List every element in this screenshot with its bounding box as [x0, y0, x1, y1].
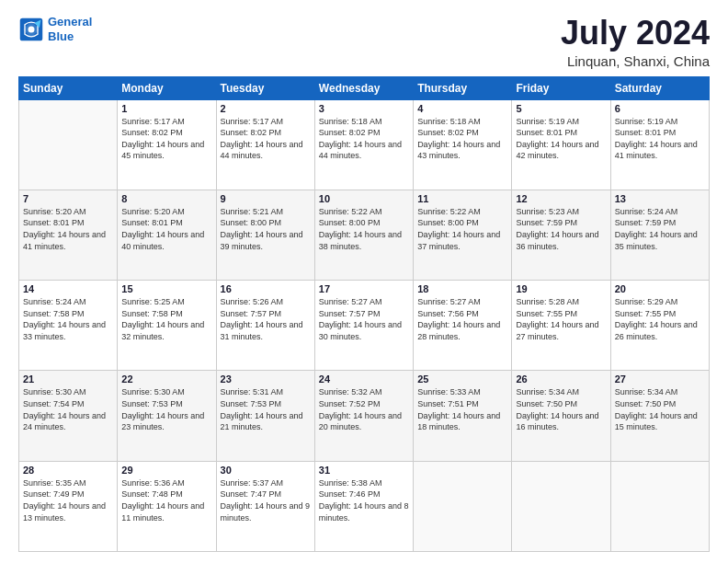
- calendar-cell: 30Sunrise: 5:37 AMSunset: 7:47 PMDayligh…: [216, 461, 314, 551]
- day-number: 28: [23, 465, 113, 476]
- day-info: Sunrise: 5:28 AMSunset: 7:55 PMDaylight:…: [516, 296, 606, 342]
- calendar-cell: 11Sunrise: 5:22 AMSunset: 8:00 PMDayligh…: [414, 190, 512, 280]
- calendar-week-row: 28Sunrise: 5:35 AMSunset: 7:49 PMDayligh…: [19, 461, 710, 551]
- day-number: 7: [23, 193, 113, 204]
- day-number: 18: [417, 283, 507, 294]
- weekday-header: Monday: [118, 76, 216, 99]
- day-info: Sunrise: 5:19 AMSunset: 8:01 PMDaylight:…: [516, 116, 606, 162]
- subtitle: Linquan, Shanxi, China: [561, 53, 710, 69]
- day-number: 14: [23, 283, 113, 294]
- day-number: 5: [516, 103, 606, 114]
- calendar-cell: 17Sunrise: 5:27 AMSunset: 7:57 PMDayligh…: [314, 281, 413, 371]
- day-info: Sunrise: 5:27 AMSunset: 7:57 PMDaylight:…: [319, 296, 409, 342]
- day-info: Sunrise: 5:33 AMSunset: 7:51 PMDaylight:…: [417, 386, 507, 432]
- day-number: 22: [121, 373, 211, 385]
- day-info: Sunrise: 5:18 AMSunset: 8:02 PMDaylight:…: [417, 116, 507, 162]
- day-info: Sunrise: 5:32 AMSunset: 7:52 PMDaylight:…: [319, 386, 409, 432]
- day-number: 1: [121, 103, 211, 114]
- logo-text: General Blue: [48, 15, 92, 43]
- calendar-cell: 25Sunrise: 5:33 AMSunset: 7:51 PMDayligh…: [414, 371, 512, 461]
- day-number: 29: [121, 465, 211, 476]
- day-info: Sunrise: 5:26 AMSunset: 7:57 PMDaylight:…: [221, 296, 311, 342]
- calendar-cell: 2Sunrise: 5:17 AMSunset: 8:02 PMDaylight…: [216, 99, 314, 190]
- day-number: 24: [319, 373, 409, 385]
- calendar-table: SundayMondayTuesdayWednesdayThursdayFrid…: [18, 76, 710, 552]
- calendar-cell: 6Sunrise: 5:19 AMSunset: 8:01 PMDaylight…: [610, 99, 709, 190]
- header: General Blue July 2024 Linquan, Shanxi, …: [18, 15, 710, 69]
- calendar-cell: 12Sunrise: 5:23 AMSunset: 7:59 PMDayligh…: [512, 190, 610, 280]
- day-info: Sunrise: 5:25 AMSunset: 7:58 PMDaylight:…: [121, 296, 211, 342]
- day-number: 3: [319, 103, 409, 114]
- calendar-cell: 29Sunrise: 5:36 AMSunset: 7:48 PMDayligh…: [118, 461, 216, 551]
- day-number: 25: [417, 373, 507, 385]
- day-info: Sunrise: 5:35 AMSunset: 7:49 PMDaylight:…: [23, 477, 113, 523]
- day-info: Sunrise: 5:21 AMSunset: 8:00 PMDaylight:…: [221, 206, 311, 252]
- svg-point-2: [28, 26, 35, 32]
- calendar-header-row: SundayMondayTuesdayWednesdayThursdayFrid…: [19, 76, 710, 99]
- calendar-cell: 15Sunrise: 5:25 AMSunset: 7:58 PMDayligh…: [118, 281, 216, 371]
- day-number: 23: [221, 373, 311, 385]
- calendar-cell: 19Sunrise: 5:28 AMSunset: 7:55 PMDayligh…: [512, 281, 610, 371]
- calendar-cell: [512, 461, 610, 551]
- weekday-header: Wednesday: [314, 76, 413, 99]
- day-info: Sunrise: 5:22 AMSunset: 8:00 PMDaylight:…: [319, 206, 409, 252]
- day-number: 19: [516, 283, 606, 294]
- day-info: Sunrise: 5:36 AMSunset: 7:48 PMDaylight:…: [121, 477, 211, 523]
- day-number: 26: [516, 373, 606, 385]
- calendar-cell: [610, 461, 709, 551]
- weekday-header: Sunday: [19, 76, 118, 99]
- day-number: 30: [221, 465, 311, 476]
- calendar-cell: 20Sunrise: 5:29 AMSunset: 7:55 PMDayligh…: [610, 281, 709, 371]
- day-info: Sunrise: 5:24 AMSunset: 7:59 PMDaylight:…: [615, 206, 705, 252]
- calendar-cell: 10Sunrise: 5:22 AMSunset: 8:00 PMDayligh…: [314, 190, 413, 280]
- day-info: Sunrise: 5:20 AMSunset: 8:01 PMDaylight:…: [121, 206, 211, 252]
- day-number: 31: [319, 465, 409, 476]
- day-number: 8: [121, 193, 211, 204]
- day-info: Sunrise: 5:19 AMSunset: 8:01 PMDaylight:…: [615, 116, 705, 162]
- logo-line2: Blue: [48, 29, 74, 43]
- day-info: Sunrise: 5:29 AMSunset: 7:55 PMDaylight:…: [615, 296, 705, 342]
- logo: General Blue: [18, 15, 92, 43]
- calendar-cell: 18Sunrise: 5:27 AMSunset: 7:56 PMDayligh…: [414, 281, 512, 371]
- day-number: 13: [615, 193, 705, 204]
- day-number: 9: [221, 193, 311, 204]
- calendar-cell: 21Sunrise: 5:30 AMSunset: 7:54 PMDayligh…: [19, 371, 118, 461]
- day-info: Sunrise: 5:20 AMSunset: 8:01 PMDaylight:…: [23, 206, 113, 252]
- calendar-cell: 3Sunrise: 5:18 AMSunset: 8:02 PMDaylight…: [314, 99, 413, 190]
- day-info: Sunrise: 5:23 AMSunset: 7:59 PMDaylight:…: [516, 206, 606, 252]
- title-area: July 2024 Linquan, Shanxi, China: [561, 15, 710, 69]
- calendar-week-row: 14Sunrise: 5:24 AMSunset: 7:58 PMDayligh…: [19, 281, 710, 371]
- weekday-header: Thursday: [414, 76, 512, 99]
- calendar-cell: 7Sunrise: 5:20 AMSunset: 8:01 PMDaylight…: [19, 190, 118, 280]
- calendar-week-row: 7Sunrise: 5:20 AMSunset: 8:01 PMDaylight…: [19, 190, 710, 280]
- day-info: Sunrise: 5:30 AMSunset: 7:53 PMDaylight:…: [121, 386, 211, 432]
- calendar-cell: 27Sunrise: 5:34 AMSunset: 7:50 PMDayligh…: [610, 371, 709, 461]
- calendar-week-row: 21Sunrise: 5:30 AMSunset: 7:54 PMDayligh…: [19, 371, 710, 461]
- calendar-cell: 5Sunrise: 5:19 AMSunset: 8:01 PMDaylight…: [512, 99, 610, 190]
- calendar-cell: 23Sunrise: 5:31 AMSunset: 7:53 PMDayligh…: [216, 371, 314, 461]
- day-info: Sunrise: 5:27 AMSunset: 7:56 PMDaylight:…: [417, 296, 507, 342]
- calendar-cell: 16Sunrise: 5:26 AMSunset: 7:57 PMDayligh…: [216, 281, 314, 371]
- calendar-cell: 31Sunrise: 5:38 AMSunset: 7:46 PMDayligh…: [314, 461, 413, 551]
- calendar-cell: [414, 461, 512, 551]
- day-info: Sunrise: 5:34 AMSunset: 7:50 PMDaylight:…: [615, 386, 705, 432]
- calendar-cell: 1Sunrise: 5:17 AMSunset: 8:02 PMDaylight…: [118, 99, 216, 190]
- calendar-cell: 28Sunrise: 5:35 AMSunset: 7:49 PMDayligh…: [19, 461, 118, 551]
- logo-line1: General: [48, 15, 92, 29]
- day-info: Sunrise: 5:24 AMSunset: 7:58 PMDaylight:…: [23, 296, 113, 342]
- calendar-cell: 24Sunrise: 5:32 AMSunset: 7:52 PMDayligh…: [314, 371, 413, 461]
- day-number: 27: [615, 373, 705, 385]
- calendar-cell: 9Sunrise: 5:21 AMSunset: 8:00 PMDaylight…: [216, 190, 314, 280]
- logo-icon: [18, 17, 44, 42]
- day-number: 11: [417, 193, 507, 204]
- day-number: 12: [516, 193, 606, 204]
- day-number: 21: [23, 373, 113, 385]
- calendar-week-row: 1Sunrise: 5:17 AMSunset: 8:02 PMDaylight…: [19, 99, 710, 190]
- calendar-cell: 22Sunrise: 5:30 AMSunset: 7:53 PMDayligh…: [118, 371, 216, 461]
- weekday-header: Saturday: [610, 76, 709, 99]
- calendar-cell: 26Sunrise: 5:34 AMSunset: 7:50 PMDayligh…: [512, 371, 610, 461]
- calendar-cell: 14Sunrise: 5:24 AMSunset: 7:58 PMDayligh…: [19, 281, 118, 371]
- day-info: Sunrise: 5:22 AMSunset: 8:00 PMDaylight:…: [417, 206, 507, 252]
- day-number: 2: [221, 103, 311, 114]
- day-info: Sunrise: 5:31 AMSunset: 7:53 PMDaylight:…: [221, 386, 311, 432]
